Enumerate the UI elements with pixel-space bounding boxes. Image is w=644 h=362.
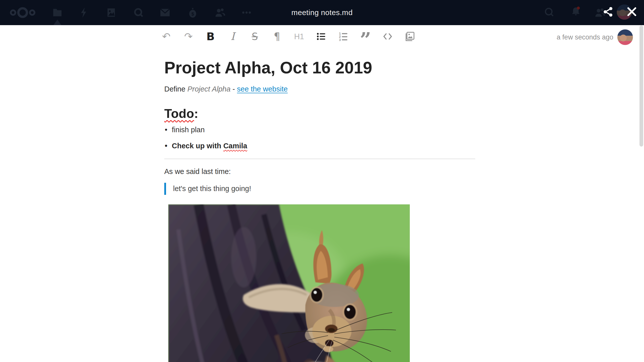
header-search-icon[interactable] (544, 7, 555, 18)
blockquote-text: let's get this thing going! (166, 183, 251, 195)
bullet-list-icon (316, 31, 327, 42)
squirrel-photo[interactable] (168, 204, 410, 362)
code-block-button[interactable] (379, 28, 396, 45)
strikethrough-icon: S (252, 32, 258, 41)
todo-item: • finish plan (165, 126, 205, 134)
intro-separator: - (230, 85, 237, 93)
intro-lead: Define (164, 85, 187, 93)
ordered-list-button[interactable]: 1 2 3 (335, 28, 352, 45)
todo-word-misspelled: Todo (164, 107, 194, 121)
horizontal-rule (164, 159, 475, 159)
scrollbar-thumb[interactable] (639, 25, 643, 147)
blockquote-icon: ” (360, 28, 371, 45)
todo-item: • Check up with Camila (165, 142, 247, 150)
heading1-icon: H1 (294, 33, 304, 40)
website-link[interactable]: see the website (237, 85, 288, 93)
close-icon[interactable] (626, 6, 637, 17)
bullet-list-button[interactable] (313, 28, 330, 45)
save-status: a few seconds ago (557, 25, 633, 49)
todo-colon: : (194, 107, 198, 121)
ordered-list-icon: 1 2 3 (338, 31, 349, 42)
doc-blockquote: let's get this thing going! (164, 183, 251, 195)
svg-text:3: 3 (339, 38, 341, 42)
code-block-icon (382, 31, 393, 42)
italic-icon: I (231, 31, 235, 42)
todo-item-misspelled-name: Camila (223, 142, 247, 150)
doc-intro-paragraph: Define Project Alpha - see the website (164, 85, 288, 93)
todo-item-text: Check up with Camila (172, 142, 247, 150)
blockquote-border (164, 183, 166, 195)
paragraph-icon: ¶ (274, 31, 280, 41)
todo-item-bold: Check up with (172, 142, 223, 150)
undo-icon: ↶ (162, 31, 171, 41)
doc-heading: Project Alpha, Oct 16 2019 (164, 58, 372, 77)
insert-image-icon (405, 31, 415, 42)
last-saved-label: a few seconds ago (557, 33, 613, 41)
editor-toolbar: ↶ ↷ B I S ¶ H1 1 2 (158, 28, 418, 45)
heading1-button[interactable]: H1 (291, 28, 307, 45)
notifications-bell-icon[interactable] (570, 6, 581, 17)
redo-icon: ↷ (184, 31, 193, 41)
redo-button[interactable]: ↷ (180, 28, 197, 45)
bold-button[interactable]: B (202, 28, 219, 45)
session-avatar (617, 29, 633, 45)
strikethrough-button[interactable]: S (247, 28, 263, 45)
app-window: $ meeting notes.md (0, 0, 644, 362)
bold-icon: B (207, 31, 215, 42)
italic-button[interactable]: I (224, 28, 241, 45)
top-header: $ meeting notes.md (0, 0, 644, 25)
paragraph-button[interactable]: ¶ (269, 28, 285, 45)
insert-image-button[interactable] (401, 28, 418, 45)
share-icon[interactable] (602, 6, 614, 17)
doc-paragraph: As we said last time: (164, 167, 231, 176)
notification-badge (577, 7, 580, 10)
intro-emphasis: Project Alpha (187, 85, 230, 93)
bullet-dot: • (165, 142, 172, 150)
undo-button[interactable]: ↶ (158, 28, 175, 45)
bullet-dot: • (165, 126, 172, 134)
blockquote-button[interactable]: ” (357, 28, 374, 45)
todo-item-text: finish plan (172, 126, 205, 134)
todo-heading: Todo: (164, 106, 198, 121)
